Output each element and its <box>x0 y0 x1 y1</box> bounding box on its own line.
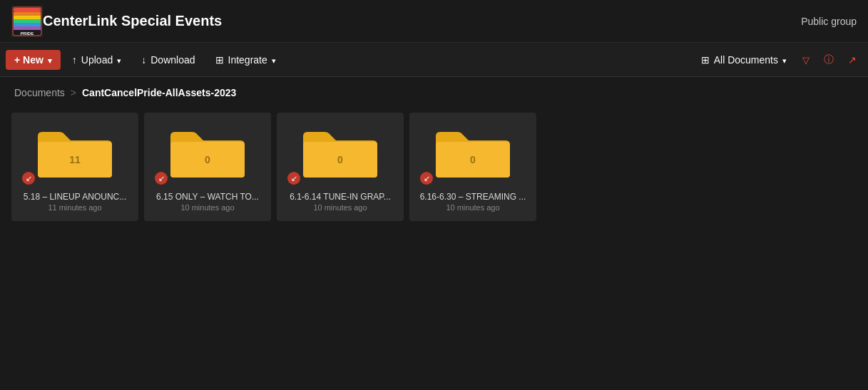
folder-icon: 0 <box>297 122 383 186</box>
download-button[interactable]: Download <box>133 50 203 70</box>
svg-text:0: 0 <box>337 154 343 165</box>
toolbar: + New Upload Download Integrate All Docu… <box>0 43 868 77</box>
all-documents-chevron-icon <box>782 54 787 66</box>
folder-icon-wrap: 11 <box>21 122 129 186</box>
document-grid: 11 5.18 – LINEUP ANOUNC... 11 minutes ag… <box>0 106 868 228</box>
all-documents-grid-icon <box>701 54 710 66</box>
folder-icon-wrap: 0 <box>286 122 394 186</box>
upload-button[interactable]: Upload <box>63 50 130 70</box>
app-logo: PRIDE <box>11 6 43 37</box>
breadcrumb: Documents > CantCancelPride-AllAssets-20… <box>0 77 868 106</box>
svg-text:11: 11 <box>69 154 81 165</box>
upload-label: Upload <box>81 54 113 66</box>
download-label: Download <box>150 54 195 66</box>
svg-text:0: 0 <box>205 154 210 165</box>
svg-rect-7 <box>14 26 41 30</box>
folder-badge <box>287 172 300 185</box>
upload-chevron-icon <box>117 54 121 66</box>
svg-rect-4 <box>14 16 41 19</box>
new-chevron-icon <box>48 54 52 66</box>
folder-card[interactable]: 11 5.18 – LINEUP ANOUNC... 11 minutes ag… <box>11 113 138 221</box>
filter-icon <box>802 53 810 66</box>
integrate-label: Integrate <box>228 54 267 66</box>
integrate-button[interactable]: Integrate <box>207 50 285 70</box>
svg-text:0: 0 <box>470 154 476 165</box>
all-documents-label: All Documents <box>714 54 778 66</box>
folder-icon: 0 <box>430 122 516 186</box>
folder-card[interactable]: 0 6.15 ONLY – WATCH TO... 10 minutes ago <box>144 113 271 221</box>
folder-card[interactable]: 0 6.16-6.30 – STREAMING ... 10 minutes a… <box>409 113 536 221</box>
integrate-chevron-icon <box>272 54 276 66</box>
folder-card[interactable]: 0 6.1-6.14 TUNE-IN GRAP... 10 minutes ag… <box>277 113 404 221</box>
folder-icon: 0 <box>165 122 250 186</box>
breadcrumb-separator: > <box>71 87 76 98</box>
svg-rect-3 <box>14 12 41 16</box>
info-icon <box>824 53 834 66</box>
header: PRIDE CenterLink Special Events Public g… <box>0 0 868 43</box>
group-label: Public group <box>801 16 857 27</box>
folder-name: 6.1-6.14 TUNE-IN GRAP... <box>286 192 394 202</box>
svg-rect-6 <box>14 23 41 26</box>
folder-time: 10 minutes ago <box>153 203 262 212</box>
filter-button[interactable] <box>797 49 815 71</box>
svg-rect-5 <box>14 19 41 23</box>
folder-icon-wrap: 0 <box>153 122 262 186</box>
integrate-grid-icon <box>215 54 224 66</box>
folder-icon-wrap: 0 <box>419 122 527 186</box>
expand-button[interactable] <box>842 49 862 71</box>
folder-time: 11 minutes ago <box>21 203 129 212</box>
folder-badge <box>22 172 35 185</box>
folder-badge <box>155 172 168 185</box>
svg-text:PRIDE: PRIDE <box>21 31 34 36</box>
folder-badge <box>420 172 433 185</box>
toolbar-right: All Documents <box>694 48 862 71</box>
all-documents-button[interactable]: All Documents <box>694 50 794 70</box>
folder-name: 6.16-6.30 – STREAMING ... <box>419 192 527 202</box>
folder-icon: 11 <box>32 122 118 186</box>
folder-time: 10 minutes ago <box>419 203 527 212</box>
download-arrow-icon <box>141 54 146 66</box>
new-button-label: + New <box>14 54 44 66</box>
breadcrumb-root[interactable]: Documents <box>14 87 65 98</box>
svg-rect-2 <box>14 8 41 12</box>
upload-arrow-icon <box>72 54 77 66</box>
expand-icon <box>848 53 857 66</box>
folder-name: 5.18 – LINEUP ANOUNC... <box>21 192 129 202</box>
folder-time: 10 minutes ago <box>286 203 394 212</box>
info-button[interactable] <box>818 48 839 71</box>
app-title: CenterLink Special Events <box>43 13 801 29</box>
breadcrumb-current: CantCancelPride-AllAssets-2023 <box>82 87 236 98</box>
folder-name: 6.15 ONLY – WATCH TO... <box>153 192 262 202</box>
new-button[interactable]: + New <box>6 50 61 70</box>
